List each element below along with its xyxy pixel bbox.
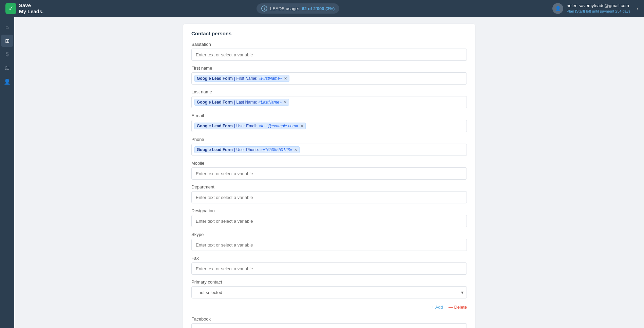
facebook-label: Facebook <box>191 316 467 322</box>
fax-group: Fax <box>191 256 467 275</box>
sidebar-item-home[interactable]: ⌂ <box>1 21 13 33</box>
app-header: ✓ Save My Leads. i LEADS usage: 62 of 2'… <box>0 0 644 17</box>
primary-contact-group: Primary contact - not selected - <box>191 279 467 298</box>
sidebar-item-integrations[interactable]: ⊞ <box>1 35 13 47</box>
last-name-input[interactable]: Google Lead Form | Last Name: «LastName»… <box>191 96 467 108</box>
skype-label: Skype <box>191 232 467 237</box>
info-icon: i <box>261 5 267 12</box>
content-area: Contact persons Salutation First name Go… <box>176 24 482 328</box>
primary-contact-select[interactable]: - not selected - <box>191 286 467 298</box>
email-tag-close[interactable]: ✕ <box>300 124 303 128</box>
user-info: helen.savemyleads@gmail.com Plan |Start|… <box>567 3 630 14</box>
facebook-input[interactable] <box>191 323 467 328</box>
fax-label: Fax <box>191 256 467 261</box>
logo: ✓ Save My Leads. <box>5 2 44 15</box>
designation-input[interactable] <box>191 215 467 227</box>
section-title: Contact persons <box>191 31 467 36</box>
salutation-label: Salutation <box>191 42 467 47</box>
last-name-tag-close[interactable]: ✕ <box>284 100 287 105</box>
last-name-group: Last name Google Lead Form | Last Name: … <box>191 89 467 108</box>
leads-usage-count: 62 of 2'000 (3%) <box>302 6 335 11</box>
department-label: Department <box>191 184 467 189</box>
sidebar-item-profile[interactable]: 👤 <box>1 75 13 88</box>
department-group: Department <box>191 184 467 203</box>
delete-button[interactable]: — Delete <box>449 303 467 311</box>
add-button[interactable]: + Add <box>432 303 443 311</box>
mobile-group: Mobile <box>191 161 467 180</box>
contact-persons-section: Contact persons Salutation First name Go… <box>183 24 475 328</box>
phone-tag-close[interactable]: ✕ <box>294 148 297 152</box>
primary-contact-label: Primary contact <box>191 279 467 285</box>
department-input[interactable] <box>191 191 467 203</box>
last-name-tag: Google Lead Form | Last Name: «LastName»… <box>194 99 289 106</box>
logo-text: Save My Leads. <box>19 2 44 15</box>
user-avatar: 👤 <box>552 3 563 14</box>
leads-usage-label: LEADS usage: <box>270 6 299 11</box>
sidebar-item-billing[interactable]: $ <box>1 48 13 60</box>
user-email: helen.savemyleads@gmail.com <box>567 3 630 9</box>
email-tag: Google Lead Form | User Email: «test@exa… <box>194 123 306 129</box>
leads-usage-badge: i LEADS usage: 62 of 2'000 (3%) <box>257 3 339 14</box>
phone-input[interactable]: Google Lead Form | User Phone: «+1650555… <box>191 144 467 156</box>
email-group: E-mail Google Lead Form | User Email: «t… <box>191 113 467 132</box>
last-name-label: Last name <box>191 89 467 94</box>
first-name-group: First name Google Lead Form | First Name… <box>191 66 467 85</box>
designation-group: Designation <box>191 208 467 227</box>
phone-label: Phone <box>191 137 467 142</box>
salutation-group: Salutation <box>191 42 467 61</box>
first-name-input[interactable]: Google Lead Form | First Name: «FirstNam… <box>191 72 467 85</box>
header-center: i LEADS usage: 62 of 2'000 (3%) <box>44 3 553 14</box>
fax-input[interactable] <box>191 262 467 275</box>
sidebar-item-jobs[interactable]: 🗂 <box>1 62 13 74</box>
primary-contact-select-wrapper: - not selected - <box>191 286 467 298</box>
main-content: Contact persons Salutation First name Go… <box>14 17 644 328</box>
first-name-tag-close[interactable]: ✕ <box>284 76 287 81</box>
salutation-input[interactable] <box>191 49 467 61</box>
first-name-tag: Google Lead Form | First Name: «FirstNam… <box>194 75 289 82</box>
designation-label: Designation <box>191 208 467 213</box>
user-plan: Plan |Start| left until payment 234 days <box>567 9 630 14</box>
logo-icon: ✓ <box>5 3 16 14</box>
chevron-down-icon: ▾ <box>637 6 639 11</box>
phone-tag: Google Lead Form | User Phone: «+1650555… <box>194 146 300 153</box>
email-label: E-mail <box>191 113 467 118</box>
sidebar: ⌂ ⊞ $ 🗂 👤 <box>0 17 14 328</box>
mobile-input[interactable] <box>191 167 467 180</box>
skype-input[interactable] <box>191 239 467 251</box>
phone-group: Phone Google Lead Form | User Phone: «+1… <box>191 137 467 156</box>
first-name-label: First name <box>191 66 467 71</box>
skype-group: Skype <box>191 232 467 251</box>
header-user[interactable]: 👤 helen.savemyleads@gmail.com Plan |Star… <box>552 3 639 14</box>
email-input[interactable]: Google Lead Form | User Email: «test@exa… <box>191 120 467 132</box>
facebook-group: Facebook <box>191 316 467 328</box>
mobile-label: Mobile <box>191 161 467 166</box>
action-row: + Add — Delete <box>191 303 467 311</box>
